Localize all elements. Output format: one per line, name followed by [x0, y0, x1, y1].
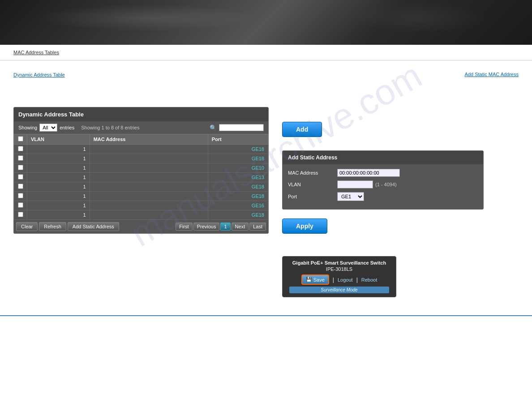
breadcrumb-link[interactable]: MAC Address Tables: [13, 50, 59, 55]
add-static-body: MAC Address VLAN (1 - 4094) Port GE1 GE2: [283, 164, 483, 209]
row-vlan: 1: [27, 210, 90, 220]
device-model: IPE-3018LS: [289, 266, 389, 272]
reboot-button[interactable]: Reboot: [361, 277, 377, 283]
refresh-button[interactable]: Refresh: [39, 222, 66, 231]
add-static-address-button[interactable]: Add Static Address: [68, 222, 119, 231]
row-mac: [90, 182, 208, 192]
dynamic-table-header: Dynamic Address Table: [14, 107, 268, 121]
row-vlan: 1: [27, 182, 90, 192]
row-checkbox[interactable]: [18, 184, 23, 189]
row-mac: [90, 192, 208, 201]
row-mac: [90, 173, 208, 182]
row-mac: [90, 163, 208, 173]
col-mac: MAC Address: [90, 134, 208, 145]
row-checkbox[interactable]: [18, 165, 23, 170]
row-checkbox-cell: [14, 201, 27, 210]
col-checkbox: [14, 134, 27, 145]
table-row: 1 GE18: [14, 154, 268, 163]
footer-line: [0, 315, 532, 316]
table-row: 1 GE18: [14, 210, 268, 220]
entries-select[interactable]: All: [39, 124, 57, 132]
save-icon: 💾: [306, 277, 312, 283]
add-static-box: Add Static Address MAC Address VLAN (1 -…: [282, 150, 484, 210]
separator2: |: [356, 277, 358, 283]
main-content: Dynamic Address Table Dynamic Address Ta…: [0, 63, 532, 302]
select-all-checkbox[interactable]: [18, 136, 23, 141]
apply-button[interactable]: Apply: [282, 218, 327, 234]
vlan-input[interactable]: [337, 180, 373, 188]
right-panel: Add Static MAC Address Add Add Static Ad…: [282, 67, 519, 297]
showing-label: Showing: [18, 125, 37, 130]
row-checkbox-cell: [14, 182, 27, 192]
row-port: GE18: [208, 182, 268, 192]
table-row: 1 GE18: [14, 182, 268, 192]
dynamic-table-container: Dynamic Address Table Showing All entrie…: [13, 107, 269, 234]
breadcrumb: MAC Address Tables: [0, 45, 532, 60]
left-panel: Dynamic Address Table Dynamic Address Ta…: [13, 67, 269, 297]
page-1-button[interactable]: 1: [220, 223, 230, 231]
row-checkbox[interactable]: [18, 212, 23, 217]
last-page-button[interactable]: Last: [249, 223, 266, 231]
table-actions: Clear Refresh Add Static Address First P…: [14, 220, 268, 233]
table-row: 1 GE16: [14, 201, 268, 210]
row-checkbox-cell: [14, 192, 27, 201]
first-page-button[interactable]: First: [176, 223, 192, 231]
row-checkbox-cell: [14, 210, 27, 220]
row-port: GE18: [208, 145, 268, 154]
save-device-button[interactable]: 💾 Save: [301, 274, 329, 285]
save-label: Save: [313, 277, 325, 283]
port-select[interactable]: GE1 GE2 GE3: [337, 192, 364, 201]
row-checkbox[interactable]: [18, 202, 23, 208]
row-vlan: 1: [27, 145, 90, 154]
right-section-link[interactable]: Add Static MAC Address: [282, 72, 519, 77]
row-checkbox-cell: [14, 173, 27, 182]
previous-page-button[interactable]: Previous: [193, 223, 220, 231]
row-checkbox-cell: [14, 163, 27, 173]
row-mac: [90, 154, 208, 163]
data-table: VLAN MAC Address Port 1 GE18 1 GE18 1: [14, 134, 268, 220]
table-row: 1 GE18: [14, 192, 268, 201]
left-panel-top: Dynamic Address Table: [13, 67, 269, 80]
row-vlan: 1: [27, 163, 90, 173]
port-label: Port: [288, 194, 337, 199]
table-row: 1 GE13: [14, 173, 268, 182]
search-input[interactable]: [219, 124, 264, 131]
col-port: Port: [208, 134, 268, 145]
separator1: |: [333, 277, 334, 283]
col-vlan: VLAN: [27, 134, 90, 145]
entries-label: entries: [60, 125, 74, 130]
mac-address-row: MAC Address: [288, 169, 478, 177]
row-checkbox[interactable]: [18, 174, 23, 180]
row-checkbox[interactable]: [18, 193, 23, 198]
next-page-button[interactable]: Next: [232, 223, 249, 231]
add-static-header: Add Static Address: [283, 151, 483, 164]
search-icon: 🔍: [210, 124, 217, 131]
mac-address-label: MAC Address: [288, 170, 337, 176]
table-row: 1 GE18: [14, 145, 268, 154]
row-vlan: 1: [27, 201, 90, 210]
row-vlan: 1: [27, 192, 90, 201]
row-checkbox-cell: [14, 145, 27, 154]
table-row: 1 GE10: [14, 163, 268, 173]
logout-button[interactable]: Logout: [338, 277, 353, 283]
row-vlan: 1: [27, 173, 90, 182]
row-checkbox[interactable]: [18, 146, 23, 151]
left-section-link[interactable]: Dynamic Address Table: [13, 72, 65, 77]
vlan-label: VLAN: [288, 182, 337, 187]
row-mac: [90, 201, 208, 210]
clear-button[interactable]: Clear: [16, 222, 38, 231]
mac-address-input[interactable]: [337, 169, 400, 177]
row-vlan: 1: [27, 154, 90, 163]
row-mac: [90, 210, 208, 220]
row-checkbox[interactable]: [18, 155, 23, 161]
row-checkbox-cell: [14, 154, 27, 163]
header-banner: [0, 0, 532, 45]
row-port: GE18: [208, 154, 268, 163]
add-button[interactable]: Add: [282, 122, 322, 137]
device-actions: 💾 Save | Logout | Reboot: [289, 274, 389, 285]
showing-info: Showing 1 to 8 of 8 entries: [81, 125, 139, 130]
vlan-row: VLAN (1 - 4094): [288, 180, 478, 188]
row-port: GE13: [208, 173, 268, 182]
row-port: GE16: [208, 201, 268, 210]
table-controls: Showing All entries Showing 1 to 8 of 8 …: [14, 121, 268, 134]
